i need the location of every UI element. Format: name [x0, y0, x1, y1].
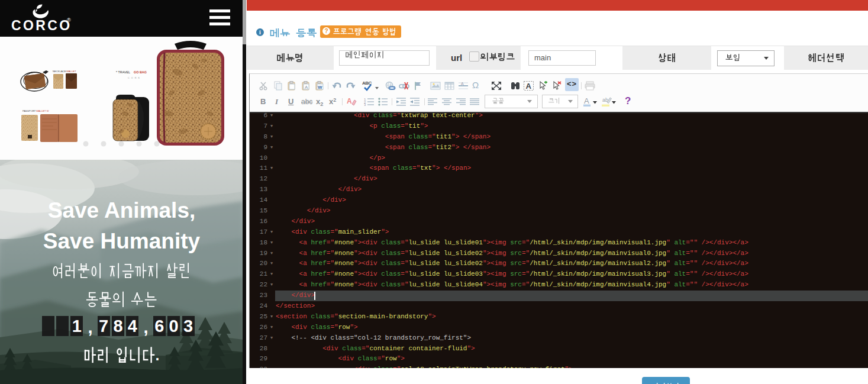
- svg-text:A: A: [347, 97, 352, 105]
- svg-text:PASSPORT: PASSPORT: [22, 109, 36, 112]
- svg-text:GO BAG: GO BAG: [134, 70, 147, 74]
- svg-text:A: A: [526, 82, 532, 91]
- svg-text:A: A: [305, 85, 308, 90]
- svg-text:WALLET IV: WALLET IV: [36, 109, 49, 112]
- svg-text:WALLET: WALLET: [66, 70, 76, 73]
- svg-text:* TRAVEL: * TRAVEL: [116, 70, 130, 74]
- svg-text:NECKLACE: NECKLACE: [53, 70, 66, 73]
- svg-text:A: A: [584, 96, 589, 105]
- svg-text:3: 3: [364, 103, 366, 106]
- svg-text:W: W: [318, 85, 322, 90]
- svg-text:C O R K: C O R K: [128, 77, 140, 79]
- svg-text:A: A: [461, 82, 464, 86]
